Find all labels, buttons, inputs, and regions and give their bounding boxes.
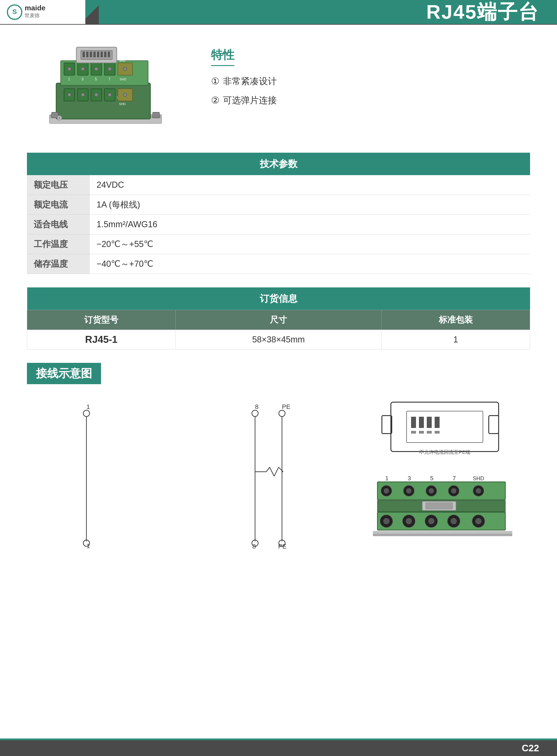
svg-rect-51 [153,112,159,118]
product-image-area: 2 4 6 8 SHD [27,38,184,135]
bottom-strip [0,738,557,740]
svg-text:世麦德: 世麦德 [25,12,39,18]
svg-point-20 [94,67,98,71]
svg-point-33 [67,93,71,96]
feature-text-1: 非常紧凑设计 [223,75,277,87]
order-col-size: 尺寸 [176,310,381,330]
svg-text:1: 1 [385,475,388,482]
param-label-current: 额定电流 [27,195,90,215]
param-row-voltage: 额定电压 24VDC [27,175,530,195]
param-value-worktemp: −20℃～+55℃ [90,234,530,254]
svg-rect-85 [419,431,424,434]
feature-text-2: 可选弹片连接 [223,94,277,107]
svg-text:7: 7 [452,475,456,482]
param-label-wire: 适合电线 [27,215,90,234]
feature-item-1: ① 非常紧凑设计 [211,75,530,87]
param-value-wire: 1.5mm²/AWG16 [90,215,530,234]
order-table-header: 订货信息 [27,287,530,310]
svg-text:maide: maide [25,4,46,12]
svg-rect-87 [435,431,440,434]
svg-rect-42 [90,52,92,57]
svg-rect-94 [377,482,505,500]
main-content: 2 4 6 8 SHD [0,25,557,566]
tech-table-header: 技术参数 [27,153,530,175]
svg-point-102 [451,488,457,494]
wiring-middle-svg: 8 PE [237,398,322,550]
tech-params-section: 技术参数 额定电压 24VDC 额定电流 1A (每根线) 适合电线 1.5mm… [27,153,530,274]
svg-text:1: 1 [86,403,90,410]
svg-point-34 [81,93,85,96]
svg-text:SHD: SHD [119,59,126,62]
svg-line-68 [270,467,274,476]
param-row-worktemp: 工作温度 −20℃～+55℃ [27,234,530,254]
page-footer: C22 [0,740,557,756]
wiring-section: 接线示意图 1 1 8 [27,363,530,553]
svg-rect-77 [382,416,392,434]
svg-rect-81 [419,417,424,428]
wiring-diagram-left: 1 1 [27,398,186,550]
svg-line-69 [274,467,278,476]
svg-point-35 [94,93,98,96]
wiring-title-box: 接线示意图 [27,363,101,384]
svg-point-100 [429,488,434,494]
wiring-left-svg: 1 1 [75,398,138,550]
features-title: 特性 [211,47,234,66]
svg-point-18 [67,67,71,71]
svg-point-114 [428,518,434,524]
svg-rect-46 [104,52,107,57]
order-model-value: RJ45-1 [27,330,176,349]
svg-text:8: 8 [255,403,259,410]
product-section: 2 4 6 8 SHD [27,38,530,135]
svg-rect-43 [93,52,96,57]
svg-text:不允许电流回流至PE端: 不允许电流回流至PE端 [419,449,470,455]
order-package-value: 1 [381,330,530,349]
svg-line-70 [278,467,283,472]
wiring-diagrams-container: 1 1 8 PE [27,398,530,553]
svg-point-104 [476,488,481,494]
param-value-storetemp: −40℃～+70℃ [90,254,530,274]
svg-rect-86 [427,431,432,434]
page-header: S maide 世麦德 RJ45端子台 [0,0,557,25]
svg-rect-45 [100,52,103,57]
param-label-storetemp: 储存温度 [27,254,90,274]
wiring-diagram-middle: 8 PE [200,398,360,550]
header-right: RJ45端子台 [99,0,557,24]
wiring-diagram-right: 不允许电流回流至PE端 1 3 5 7 SHD [373,398,530,553]
param-row-current: 额定电流 1A (每根线) [27,195,530,215]
svg-point-118 [475,518,481,524]
svg-rect-44 [97,52,99,57]
svg-rect-41 [86,52,88,57]
svg-rect-83 [435,417,440,428]
svg-text:SHD: SHD [119,102,126,106]
svg-text:S: S [12,8,17,15]
svg-point-22 [123,67,127,71]
page-title: RJ45端子台 [426,0,539,25]
order-size-value: 58×38×45mm [176,330,381,349]
svg-text:SHD: SHD [120,78,126,81]
param-value-voltage: 24VDC [90,175,530,195]
svg-text:3: 3 [408,475,411,482]
rj45-top-view-svg: 不允许电流回流至PE端 [373,398,517,461]
svg-rect-78 [489,416,499,434]
svg-point-96 [384,488,389,494]
svg-rect-107 [426,503,452,509]
svg-rect-76 [391,402,499,452]
svg-point-63 [279,410,285,416]
svg-text:SHD: SHD [473,475,484,482]
order-table-title: 订货信息 [27,287,530,310]
svg-text:7: 7 [109,77,111,81]
svg-rect-80 [411,417,416,428]
svg-rect-47 [108,52,110,57]
svg-point-36 [108,93,112,96]
svg-point-37 [123,93,127,96]
svg-text:3: 3 [82,77,84,81]
svg-text:5: 5 [95,77,97,81]
product-illustration: 2 4 6 8 SHD [43,38,168,135]
svg-point-116 [450,518,457,524]
terminal-front-view-svg: 1 3 5 7 SHD [373,474,517,553]
svg-point-56 [83,410,90,416]
svg-rect-39 [81,51,112,59]
svg-line-67 [266,467,270,472]
header-divider [85,0,99,24]
svg-point-21 [108,67,112,71]
